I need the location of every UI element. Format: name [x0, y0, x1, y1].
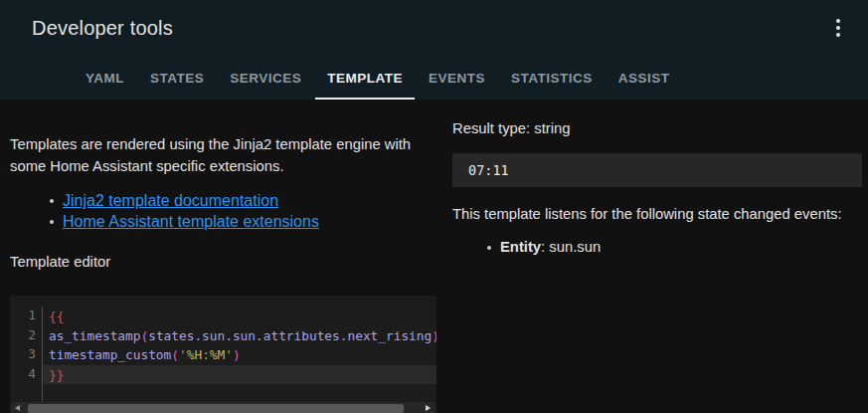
list-item: Jinja2 template documentation	[10, 190, 435, 211]
horizontal-scrollbar[interactable]	[11, 402, 435, 413]
code-token: )	[432, 328, 436, 343]
code-line: as_timestamp(states.sun.sun.attributes.n…	[43, 326, 436, 346]
editor-label: Template editor	[10, 254, 435, 270]
code-token: states.sun.sun.attributes.next_rising	[148, 328, 432, 343]
tab-template[interactable]: TEMPLATE	[314, 56, 416, 100]
code-token: timestamp_custom	[49, 347, 171, 362]
header-row: Developer tools	[0, 0, 868, 56]
template-editor-panel: Templates are rendered using the Jinja2 …	[10, 100, 435, 413]
tab-bar: YAML STATES SERVICES TEMPLATE EVENTS STA…	[0, 56, 868, 100]
scrollbar-thumb[interactable]	[28, 404, 404, 413]
listen-description: This template listens for the following …	[452, 206, 862, 222]
code-editor[interactable]: 1 2 3 4 {{ as_timestamp(states.sun.sun.a…	[10, 296, 436, 413]
code-token: :	[202, 347, 210, 362]
tab-yaml[interactable]: YAML	[73, 56, 137, 100]
code-token: %M	[210, 347, 225, 362]
ha-extensions-link[interactable]: Home Assistant template extensions	[63, 213, 319, 230]
app-header: Developer tools YAML STATES SERVICES TEM…	[0, 0, 868, 100]
page-title: Developer tools	[32, 17, 173, 40]
line-number: 2	[10, 326, 42, 346]
line-number: 4	[10, 365, 42, 385]
result-type-label: Result type: string	[452, 120, 862, 136]
code-token: '	[225, 347, 233, 362]
code-line: {{	[43, 307, 436, 326]
code-token: as_timestamp	[49, 328, 140, 343]
list-item: Home Assistant template extensions	[10, 211, 435, 232]
scroll-left-arrow-icon[interactable]	[15, 405, 20, 411]
entity-value: sun.sun	[549, 239, 601, 255]
intro-text: Templates are rendered using the Jinja2 …	[10, 133, 435, 177]
doc-links: Jinja2 template documentation Home Assis…	[10, 190, 435, 232]
tab-statistics[interactable]: STATISTICS	[498, 56, 606, 100]
line-number: 1	[10, 307, 42, 326]
code-token: (	[171, 347, 179, 362]
code-token: )	[233, 347, 241, 362]
code-token: (	[140, 328, 148, 343]
code-token: %H	[187, 347, 202, 362]
tab-assist[interactable]: ASSIST	[606, 56, 683, 100]
kebab-menu-icon[interactable]	[826, 16, 850, 40]
list-item: Entity: sun.sun	[452, 237, 862, 258]
code-line: timestamp_custom('%H:%M')	[43, 345, 436, 365]
result-value: 07:11	[468, 162, 509, 178]
result-output: 07:11	[452, 153, 862, 187]
line-number-gutter: 1 2 3 4	[10, 307, 43, 401]
result-panel: Result type: string 07:11 This template …	[452, 100, 862, 258]
code-area[interactable]: {{ as_timestamp(states.sun.sun.attribute…	[43, 307, 436, 401]
code-token: }}	[49, 367, 64, 382]
entity-label: Entity	[500, 239, 541, 255]
tab-states[interactable]: STATES	[137, 56, 217, 100]
jinja2-doc-link[interactable]: Jinja2 template documentation	[63, 192, 278, 209]
tab-services[interactable]: SERVICES	[217, 56, 314, 100]
code-line-active: }}	[43, 365, 436, 385]
event-list: Entity: sun.sun	[452, 237, 862, 258]
tab-events[interactable]: EVENTS	[416, 56, 498, 100]
code-token: {{	[49, 309, 64, 323]
line-number: 3	[10, 345, 42, 365]
content: Templates are rendered using the Jinja2 …	[0, 100, 868, 413]
code-token: '	[179, 347, 187, 362]
scroll-right-arrow-icon[interactable]	[426, 405, 431, 411]
editor-body: 1 2 3 4 {{ as_timestamp(states.sun.sun.a…	[10, 296, 436, 401]
